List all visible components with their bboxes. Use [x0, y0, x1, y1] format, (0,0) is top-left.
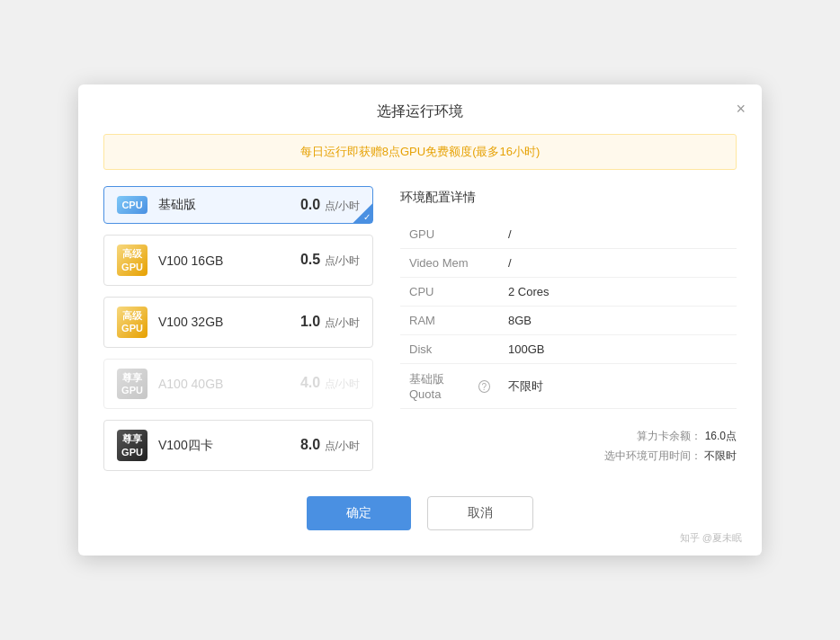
promo-banner: 每日运行即获赠8点GPU免费额度(最多16小时) [103, 134, 737, 170]
info-icon[interactable]: ? [478, 380, 490, 393]
badge-gpu-gold-v100-32: 高级GPU [117, 307, 147, 338]
detail-title: 环境配置详情 [400, 190, 737, 206]
env-price-v100-32: 1.0 点/小时 [300, 314, 360, 331]
badge-gpu-gold-v100-16: 高级GPU [117, 244, 147, 276]
badge-gpu-dark-v100q: 尊享GPU [117, 430, 147, 461]
watermark: 知乎 @夏未眠 [680, 531, 742, 545]
balance-label: 算力卡余额： [637, 430, 701, 442]
detail-value-gpu: / [499, 220, 737, 249]
env-list: CPU 基础版 0.0 点/小时 高级GPU V100 16GB 0.5 点/小… [103, 186, 373, 471]
detail-footer: 算力卡余额： 16.0点 选中环境可用时间： 不限时 [400, 427, 737, 466]
env-price-v100-quad: 8.0 点/小时 [300, 437, 360, 454]
action-buttons: 确定 取消 [78, 496, 762, 530]
detail-row-videomem: Video Mem / [400, 249, 737, 278]
detail-label-gpu: GPU [400, 220, 499, 249]
detail-row-quota: 基础版 Quota ? 不限时 [400, 364, 737, 409]
dialog-container: 选择运行环境 × 每日运行即获赠8点GPU免费额度(最多16小时) CPU 基础… [78, 84, 762, 556]
env-name-v100-quad: V100四卡 [158, 438, 300, 454]
balance-row: 算力卡余额： 16.0点 [400, 427, 737, 447]
detail-row-gpu: GPU / [400, 220, 737, 249]
env-item-v100-16[interactable]: 高级GPU V100 16GB 0.5 点/小时 [103, 235, 373, 286]
cancel-button[interactable]: 取消 [427, 496, 533, 530]
detail-value-disk: 100GB [499, 335, 737, 364]
promo-text: 每日运行即获赠8点GPU免费额度(最多16小时) [300, 145, 541, 158]
env-price-v100-16: 0.5 点/小时 [300, 252, 360, 269]
dialog-header: 选择运行环境 × [78, 84, 762, 134]
main-content: CPU 基础版 0.0 点/小时 高级GPU V100 16GB 0.5 点/小… [78, 186, 762, 471]
env-name-v100-32: V100 32GB [158, 315, 300, 329]
confirm-button[interactable]: 确定 [307, 496, 411, 530]
env-item-v100-32[interactable]: 高级GPU V100 32GB 1.0 点/小时 [103, 297, 373, 348]
dialog-title: 选择运行环境 [377, 103, 463, 119]
detail-value-videomem: / [499, 249, 737, 278]
detail-label-ram: RAM [400, 307, 499, 335]
available-time-value: 不限时 [704, 449, 737, 462]
available-time-label: 选中环境可用时间： [604, 449, 701, 462]
env-name-v100-16: V100 16GB [158, 253, 300, 268]
env-name-cpu-basic: 基础版 [158, 197, 300, 213]
env-item-v100-quad[interactable]: 尊享GPU V100四卡 8.0 点/小时 [103, 420, 373, 471]
badge-gpu-gray-a100: 尊享GPU [117, 369, 147, 400]
badge-cpu: CPU [117, 196, 147, 214]
env-price-a100-40: 4.0 点/小时 [300, 375, 360, 392]
balance-value: 16.0点 [705, 430, 737, 442]
detail-value-cpu: 2 Cores [499, 278, 737, 307]
env-item-cpu-basic[interactable]: CPU 基础版 0.0 点/小时 [103, 186, 373, 224]
quota-text: 基础版 Quota [409, 371, 475, 401]
detail-panel: 环境配置详情 GPU / Video Mem / CPU 2 Cores [400, 186, 737, 471]
quota-label-wrap: 基础版 Quota ? [409, 371, 490, 401]
env-item-a100-40: 尊享GPU A100 40GB 4.0 点/小时 [103, 359, 373, 410]
env-name-a100-40: A100 40GB [158, 377, 300, 391]
available-time-row: 选中环境可用时间： 不限时 [400, 447, 737, 467]
close-button[interactable]: × [736, 101, 746, 117]
detail-value-quota: 不限时 [499, 364, 737, 409]
detail-label-videomem: Video Mem [400, 249, 499, 278]
detail-label-quota: 基础版 Quota ? [400, 364, 499, 409]
env-price-cpu-basic: 0.0 点/小时 [300, 197, 360, 214]
detail-table: GPU / Video Mem / CPU 2 Cores RAM 8GB [400, 220, 737, 409]
detail-label-disk: Disk [400, 335, 499, 364]
detail-value-ram: 8GB [499, 307, 737, 335]
detail-label-cpu: CPU [400, 278, 499, 307]
detail-row-ram: RAM 8GB [400, 307, 737, 335]
detail-row-disk: Disk 100GB [400, 335, 737, 364]
detail-row-cpu: CPU 2 Cores [400, 278, 737, 307]
